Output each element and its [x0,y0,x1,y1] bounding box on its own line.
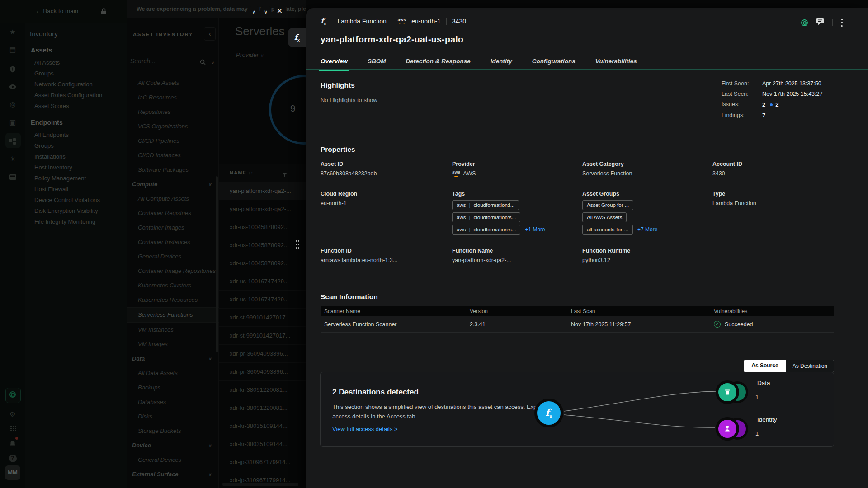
asset-group-chip[interactable]: All AWS Assets [582,212,627,222]
field-asset-id: Asset ID87c69b308a48232bdb [321,161,443,177]
tag-chip-row: aws|cloudformation:l... [452,200,575,210]
asset-detail-panel: fx fx Lambda Function aws eu-north-1 343… [306,8,868,488]
identity-node-count: 1 [755,430,759,437]
field-account-id: Account ID3430 [712,161,835,177]
success-check-icon: ✓ [714,321,721,328]
aws-icon: aws [452,170,461,177]
highlights-empty-text: No Highlights to show [321,97,377,103]
asset-groups-more-link[interactable]: +7 More [637,226,657,233]
field-function-name: Function Nameyan-platform-xdr-qa2-... [452,248,575,263]
account-id-label: 3430 [452,18,466,25]
identity-destination-node[interactable] [716,417,739,441]
field-function-runtime: Function Runtimepython3.12 [582,248,705,263]
as-destination-button[interactable]: As Destination [786,360,834,372]
destinations-card: 2 Destinations detected This section sho… [320,372,834,447]
asset-group-chip-row: All AWS Assets [582,212,705,222]
tag-chip-row: aws|cloudformation:s...+1 More [452,225,575,235]
asset-group-chip[interactable]: Asset Group for ... [582,200,633,210]
scan-table: Scanner Name Version Last Scan Vulnerabi… [321,306,834,333]
direction-toggle: As Source As Destination [744,360,834,372]
tabs-underline [306,69,868,70]
findings-label: Findings: [722,112,762,119]
properties-heading: Properties [321,145,355,154]
identity-node-label: Identity [757,416,777,423]
asset-group-chip[interactable]: all-accounts-for-... [582,225,633,235]
aws-icon: aws [398,18,406,24]
data-node-label: Data [757,380,770,386]
asset-title: yan-platform-xdr-qa2-uat-us-palo [321,34,463,45]
data-destination-node[interactable] [716,380,739,404]
destinations-heading: 2 Destinations detected [332,388,419,397]
asset-meta: First Seen:Apr 27th 2025 13:37:50 Last S… [713,80,862,123]
lambda-icon: fx [294,33,300,42]
next-asset-button[interactable]: ∨ [260,6,271,17]
dim-overlay [0,0,306,488]
scan-table-row[interactable]: Serverless Function Scanner 2.3.41 Nov 1… [321,316,834,333]
panel-header: fx Lambda Function aws eu-north-1 3430 [321,15,466,27]
field-cloud-region: Cloud Regioneu-north-1 [321,191,443,206]
tag-chip[interactable]: aws|cloudformation:s... [452,212,520,222]
lambda-icon: fx [321,16,326,26]
asset-group-chip-row: all-accounts-for-...+7 More [582,225,705,235]
lambda-panel-tab[interactable]: fx [288,28,306,47]
first-seen-label: First Seen: [722,80,762,87]
close-panel-button[interactable]: ✕ [274,5,286,18]
issues-label: Issues: [722,101,762,108]
tag-chip[interactable]: aws|cloudformation:l... [452,200,519,210]
asset-group-chip-row: Asset Group for ... [582,200,705,210]
comment-icon[interactable] [816,18,824,27]
more-options-icon[interactable] [841,19,843,27]
issues-value[interactable]: 22 [762,101,778,108]
data-node-count: 1 [755,394,759,400]
field-provider: Provider awsAWS [452,161,575,177]
person-icon [724,425,731,432]
scope-status-icon[interactable] [801,19,808,26]
last-seen-label: Last Seen: [722,91,762,97]
scan-table-header: Scanner Name Version Last Scan Vulnerabi… [321,306,834,316]
first-seen-value: Apr 27th 2025 13:37:50 [762,80,821,87]
tag-chip-row: aws|cloudformation:s... [452,212,575,222]
field-type: TypeLambda Function [712,191,835,206]
destinations-description: This section shows a simplified view of … [332,402,558,421]
as-source-button[interactable]: As Source [744,360,785,372]
view-access-details-link[interactable]: View full access details > [332,426,398,432]
field-function-id: Function IDarn:aws:lambda:eu-north-1:3..… [321,248,443,263]
issue-severity-dot [770,103,773,106]
asset-type-label: Lambda Function [338,18,387,25]
tag-chip[interactable]: aws|cloudformation:s... [452,225,520,235]
panel-resize-handle[interactable] [294,238,301,250]
region-label: eu-north-1 [411,18,441,25]
tags-more-link[interactable]: +1 More [525,226,545,233]
scan-information-heading: Scan Information [321,293,378,301]
highlights-heading: Highlights [321,81,355,89]
previous-asset-button[interactable]: ∧ [249,6,259,17]
last-seen-value: Nov 17th 2025 15:43:27 [762,91,822,97]
findings-value[interactable]: 7 [762,112,765,119]
lambda-asset-node[interactable]: fx [534,399,563,427]
field-asset-category: Asset CategoryServerless Function [582,161,705,177]
field-asset-groups: Asset Groups Asset Group for ...All AWS … [582,191,705,237]
field-tags: Tags aws|cloudformation:l...aws|cloudfor… [452,191,575,237]
bucket-icon [724,389,731,396]
